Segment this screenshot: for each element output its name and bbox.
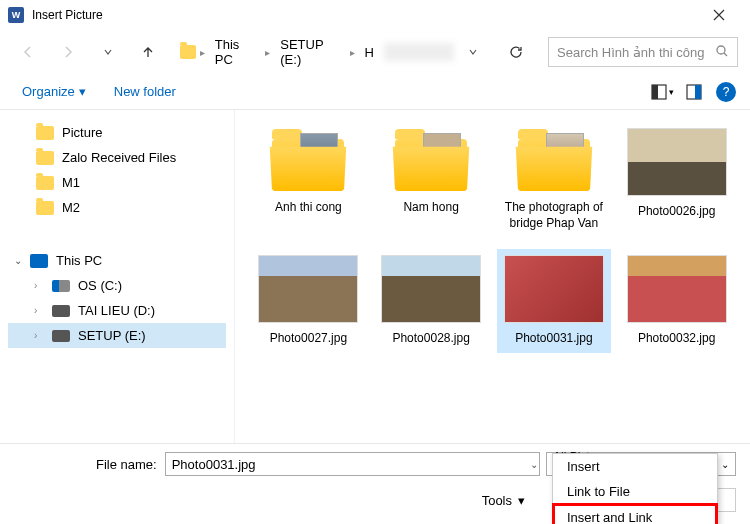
chevron-right-icon: ▸ (265, 47, 270, 58)
insert-dropdown-menu: Insert Link to File Insert and Link (552, 453, 718, 524)
breadcrumb[interactable]: ▸ This PC ▸ SETUP (E:) ▸ H (180, 33, 454, 71)
folder-icon (180, 45, 196, 59)
new-folder-button[interactable]: New folder (106, 80, 184, 103)
sidebar-item[interactable]: Zalo Received Files (8, 145, 226, 170)
path-dropdown[interactable] (462, 37, 484, 67)
chevron-right-icon: ▸ (350, 47, 355, 58)
folder-item[interactable]: The photograph of bridge Phap Van (497, 122, 612, 237)
sidebar-item[interactable]: M1 (8, 170, 226, 195)
svg-rect-4 (652, 85, 658, 99)
folder-item[interactable]: Anh thi cong (251, 122, 366, 237)
chevron-right-icon: › (34, 305, 44, 316)
preview-pane-button[interactable] (680, 78, 708, 106)
folder-item[interactable]: Nam hong (374, 122, 489, 237)
chevron-down-icon: ⌄ (14, 255, 22, 266)
menu-item-insert[interactable]: Insert (553, 454, 717, 479)
folder-icon (36, 126, 54, 140)
view-mode-button[interactable]: ▾ (648, 78, 676, 106)
word-app-icon: W (8, 7, 24, 23)
chevron-right-icon: › (34, 280, 44, 291)
svg-rect-6 (695, 85, 701, 99)
file-item-selected[interactable]: Photo0031.jpg (497, 249, 612, 353)
up-button[interactable] (132, 36, 164, 68)
sidebar-item[interactable]: Picture (8, 120, 226, 145)
masked-path (384, 43, 454, 61)
menu-item-link-to-file[interactable]: Link to File (553, 479, 717, 504)
drive-icon (52, 330, 70, 342)
tools-button[interactable]: Tools ▾ (482, 493, 525, 508)
sidebar-drive[interactable]: ›SETUP (E:) (8, 323, 226, 348)
sidebar-drive[interactable]: ›OS (C:) (8, 273, 226, 298)
sidebar-section-this-pc[interactable]: ⌄This PC (8, 248, 226, 273)
file-item[interactable]: Photo0028.jpg (374, 249, 489, 353)
drive-icon (52, 305, 70, 317)
chevron-right-icon: ▸ (200, 47, 205, 58)
file-item[interactable]: Photo0032.jpg (619, 249, 734, 353)
chevron-down-icon: ▾ (79, 84, 86, 99)
breadcrumb-item[interactable]: H (359, 41, 380, 64)
menu-item-insert-and-link[interactable]: Insert and Link (552, 503, 718, 524)
window-title: Insert Picture (32, 8, 696, 22)
drive-icon (52, 280, 70, 292)
breadcrumb-item[interactable]: SETUP (E:) (274, 33, 345, 71)
close-button[interactable] (696, 0, 742, 30)
forward-button[interactable] (52, 36, 84, 68)
organize-button[interactable]: Organize ▾ (14, 80, 94, 103)
folder-icon (36, 151, 54, 165)
svg-point-2 (717, 46, 725, 54)
file-item[interactable]: Photo0027.jpg (251, 249, 366, 353)
folder-icon (36, 201, 54, 215)
refresh-button[interactable] (500, 36, 532, 68)
search-icon (715, 44, 729, 61)
chevron-down-icon: ▾ (518, 493, 525, 508)
filename-label: File name: (96, 457, 157, 472)
pc-icon (30, 254, 48, 268)
help-button[interactable]: ? (716, 82, 736, 102)
sidebar-drive[interactable]: ›TAI LIEU (D:) (8, 298, 226, 323)
chevron-right-icon: › (34, 330, 44, 341)
folder-icon (36, 176, 54, 190)
filename-input[interactable] (165, 452, 540, 476)
svg-text:W: W (12, 10, 21, 20)
breadcrumb-item[interactable]: This PC (209, 33, 262, 71)
back-button[interactable] (12, 36, 44, 68)
search-input[interactable]: Search Hình ảnh thi công (548, 37, 738, 67)
recent-dropdown[interactable] (92, 36, 124, 68)
search-placeholder: Search Hình ảnh thi công (557, 45, 704, 60)
sidebar-item[interactable]: M2 (8, 195, 226, 220)
file-item[interactable]: Photo0026.jpg (619, 122, 734, 237)
